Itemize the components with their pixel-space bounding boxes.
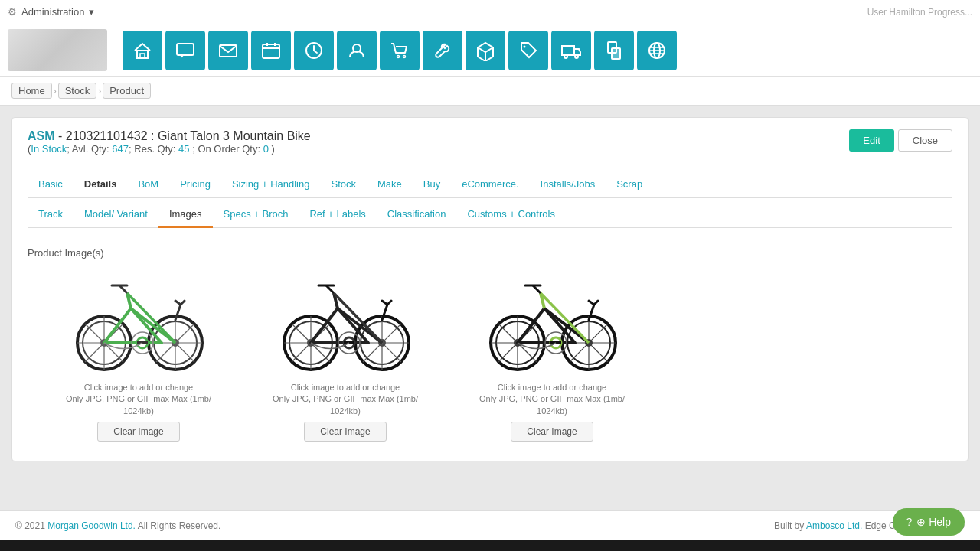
toolbar-globe-btn[interactable]	[637, 31, 677, 70]
footer-copyright: © 2021	[15, 520, 45, 531]
tab-installs-jobs[interactable]: Installs/Jobs	[530, 172, 606, 198]
svg-point-7	[397, 55, 400, 57]
product-card: ASM - 210321101432 : Giant Talon 3 Mount…	[11, 117, 969, 461]
stock-status: In Stock	[31, 143, 67, 155]
top-bar: ⚙ Administration ▾ User Hamilton Progres…	[0, 0, 980, 24]
res-qty-val: 45	[178, 143, 189, 155]
tab2-classification[interactable]: Classification	[377, 202, 457, 228]
close-button[interactable]: Close	[898, 129, 952, 152]
user-label: User Hamilton Progress...	[867, 7, 972, 18]
edit-button[interactable]: Edit	[849, 129, 893, 152]
tab-scrap[interactable]: Scrap	[606, 172, 653, 198]
help-label: ⊕ Help	[916, 516, 951, 528]
svg-rect-14	[612, 48, 620, 59]
bike-image-1[interactable]	[58, 270, 219, 377]
tab-bom[interactable]: BoM	[127, 172, 169, 198]
images-label: Product Image(s)	[28, 247, 952, 259]
main-content: ASM - 210321101432 : Giant Talon 3 Mount…	[0, 106, 980, 510]
svg-point-11	[564, 55, 567, 58]
tab-make[interactable]: Make	[367, 172, 413, 198]
image-item-3: Click image to add or change Only JPG, P…	[464, 270, 640, 442]
product-title-block: ASM - 210321101432 : Giant Talon 3 Mount…	[28, 129, 311, 166]
breadcrumb-sep-1: ›	[54, 86, 57, 96]
toolbar-mail-btn[interactable]	[208, 31, 248, 70]
toolbar-calendar-btn[interactable]	[251, 31, 291, 70]
user-info: User Hamilton Progress...	[867, 7, 972, 18]
toolbar-doc-btn[interactable]	[594, 31, 634, 70]
tab2-ref-labels[interactable]: Ref + Labels	[299, 202, 376, 228]
footer: © 2021 Morgan Goodwin Ltd. All Rights Re…	[0, 510, 980, 540]
toolbar-home-btn[interactable]	[122, 31, 162, 70]
bike-image-2[interactable]	[265, 270, 426, 377]
images-grid: Click image to add or change Only JPG, P…	[28, 270, 952, 442]
toolbar-cart-btn[interactable]	[380, 31, 420, 70]
logo-toolbar-row	[0, 24, 980, 77]
breadcrumb-sep-2: ›	[98, 86, 101, 96]
footer-company-link[interactable]: Morgan Goodwin Ltd.	[47, 520, 136, 531]
product-id: 210321101432	[66, 129, 148, 142]
avl-qty-val: 647	[112, 143, 129, 155]
tab-stock[interactable]: Stock	[320, 172, 367, 198]
footer-left: © 2021 Morgan Goodwin Ltd. All Rights Re…	[15, 520, 220, 531]
admin-menu[interactable]: ⚙ Administration ▾	[8, 6, 94, 18]
breadcrumb-home[interactable]: Home	[11, 83, 52, 99]
svg-rect-0	[137, 51, 148, 58]
svg-rect-4	[263, 44, 279, 58]
gear-icon: ⚙	[8, 6, 17, 18]
product-id-separator: -	[58, 129, 66, 142]
tabs-row-2: Track Model/ Variant Images Specs + Broc…	[28, 202, 952, 228]
on-order-label: On Order Qty:	[198, 143, 260, 155]
on-order-val: 0	[263, 143, 269, 155]
image-item-1: Click image to add or change Only JPG, P…	[51, 270, 227, 442]
help-icon: ?	[906, 516, 913, 528]
toolbar-contacts-btn[interactable]	[337, 31, 377, 70]
tab-sizing-handling[interactable]: Sizing + Handling	[221, 172, 321, 198]
toolbar-shipping-btn[interactable]	[551, 31, 591, 70]
toolbar-clock-btn[interactable]	[294, 31, 334, 70]
svg-rect-10	[562, 46, 574, 55]
product-name-separator: :	[151, 129, 158, 142]
admin-dropdown-icon: ▾	[89, 6, 94, 18]
product-name: Giant Talon 3 Mountain Bike	[158, 129, 311, 142]
svg-point-12	[575, 55, 578, 58]
tab2-images[interactable]: Images	[158, 202, 213, 228]
clear-image-1-btn[interactable]: Clear Image	[97, 422, 179, 442]
toolbar-box-btn[interactable]	[466, 31, 505, 70]
tab-ecommerce[interactable]: eCommerce.	[451, 172, 529, 198]
tab2-customs-controls[interactable]: Customs + Controls	[456, 202, 566, 228]
avl-qty-label: Avl. Qty:	[72, 143, 109, 155]
asm-label: ASM	[28, 129, 55, 142]
tab2-specs-broch[interactable]: Specs + Broch	[213, 202, 299, 228]
image-2-caption: Click image to add or change Only JPG, P…	[257, 382, 433, 417]
product-meta: (In Stock; Avl. Qty: 647; Res. Qty: 45 ;…	[28, 143, 311, 155]
logo-box	[8, 29, 107, 71]
footer-built-by-label: Built by	[774, 520, 804, 531]
toolbar-tag-btn[interactable]	[508, 31, 548, 70]
breadcrumb-stock[interactable]: Stock	[58, 83, 97, 99]
image-3-caption: Click image to add or change Only JPG, P…	[464, 382, 640, 417]
tab2-model-variant[interactable]: Model/ Variant	[74, 202, 158, 228]
tab-buy[interactable]: Buy	[413, 172, 451, 198]
main-toolbar	[115, 31, 972, 70]
header-buttons: Edit Close	[849, 129, 952, 152]
clear-image-2-btn[interactable]: Clear Image	[304, 422, 386, 442]
admin-label: Administration	[21, 6, 84, 18]
tab-basic[interactable]: Basic	[28, 172, 74, 198]
footer-rights: All Rights Reserved.	[138, 520, 221, 531]
svg-point-8	[403, 55, 406, 57]
breadcrumb: Home › Stock › Product	[0, 77, 980, 106]
toolbar-settings-btn[interactable]	[423, 31, 462, 70]
res-qty-label: Res. Qty:	[134, 143, 175, 155]
tab-details[interactable]: Details	[74, 172, 128, 198]
clear-image-3-btn[interactable]: Clear Image	[511, 422, 593, 442]
image-1-caption: Click image to add or change Only JPG, P…	[51, 382, 227, 417]
toolbar-chat-btn[interactable]	[165, 31, 205, 70]
help-button[interactable]: ? ⊕ Help	[893, 508, 965, 536]
images-section: Product Image(s)	[28, 240, 952, 449]
tab2-track[interactable]: Track	[28, 202, 74, 228]
tab-pricing[interactable]: Pricing	[169, 172, 221, 198]
breadcrumb-product[interactable]: Product	[103, 83, 151, 99]
bike-image-3[interactable]	[472, 270, 632, 377]
footer-built-by-company[interactable]: Ambosco Ltd.	[806, 520, 862, 531]
svg-point-9	[524, 45, 526, 47]
